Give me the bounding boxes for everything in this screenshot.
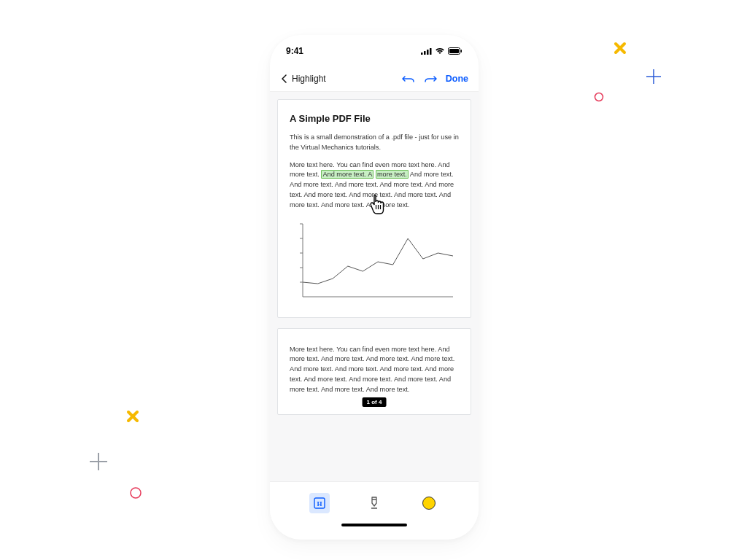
redo-button[interactable]: [424, 74, 437, 84]
color-swatch: [422, 497, 436, 510]
color-picker-button[interactable]: [419, 493, 439, 513]
wifi-icon: [435, 47, 445, 55]
page-title: A Simple PDF File: [290, 113, 459, 124]
document-viewport[interactable]: A Simple PDF File This is a small demons…: [270, 92, 479, 481]
pdf-page-2[interactable]: More text here. You can find even more t…: [277, 328, 471, 415]
battery-icon: [448, 47, 462, 55]
page-indicator: 1 of 4: [363, 397, 387, 407]
svg-text:H: H: [317, 499, 322, 507]
pdf-page-1[interactable]: A Simple PDF File This is a small demons…: [277, 99, 471, 318]
nav-back[interactable]: Highlight: [280, 74, 326, 84]
signal-icon: [421, 47, 432, 55]
svg-rect-11: [424, 51, 426, 55]
phone-frame: 9:41 Highlight Done A Simple PDF File Th…: [270, 35, 479, 540]
svg-rect-12: [427, 50, 429, 55]
highlight-span[interactable]: more text.: [376, 170, 409, 179]
decor-plus-icon: [644, 67, 663, 86]
highlight-span[interactable]: And more text. A: [321, 170, 374, 179]
undo-button[interactable]: [402, 74, 415, 84]
body-paragraph: More text here. You can find even more t…: [290, 345, 459, 395]
line-chart: [290, 218, 459, 306]
svg-rect-16: [461, 50, 462, 52]
svg-rect-15: [449, 49, 459, 53]
highlight-tool-button[interactable]: H: [309, 493, 330, 513]
nav-title: Highlight: [292, 74, 326, 84]
annotation-toolbar: H: [270, 481, 479, 524]
status-icons: [421, 47, 462, 55]
chevron-left-icon: [280, 74, 289, 83]
decor-x-icon: [612, 40, 628, 56]
svg-rect-13: [430, 48, 432, 55]
status-bar: 9:41: [270, 35, 479, 67]
intro-paragraph: This is a small demonstration of a .pdf …: [290, 133, 459, 153]
decor-x-icon: [125, 408, 141, 424]
nav-bar: Highlight Done: [270, 67, 479, 92]
decor-plus-icon: [88, 451, 109, 472]
home-indicator[interactable]: [270, 524, 479, 540]
body-paragraph[interactable]: More text here. You can find even more t…: [290, 160, 459, 211]
decor-circle-icon: [594, 92, 604, 102]
svg-point-4: [595, 93, 603, 101]
decor-circle-icon: [129, 486, 142, 499]
marker-tool-button[interactable]: [364, 493, 384, 513]
svg-rect-10: [421, 52, 423, 55]
done-button[interactable]: Done: [446, 74, 468, 84]
status-time: 9:41: [286, 46, 303, 56]
svg-point-9: [131, 488, 141, 498]
